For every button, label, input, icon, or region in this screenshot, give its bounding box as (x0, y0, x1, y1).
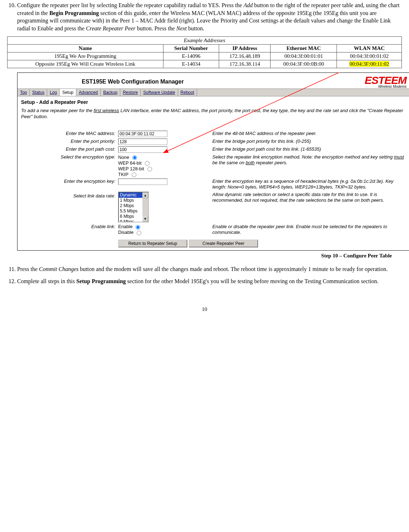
step10-text-pre: Configure the repeater peer list by sele… (17, 2, 243, 8)
addr-row-0: 195Eg We Are Programming E-14096 172.16.… (7, 52, 402, 60)
mac-label: Enter the MAC address: (21, 130, 117, 138)
enc-opt-wep64: WEP 64-bit (118, 160, 142, 166)
link-radio-disable[interactable] (137, 231, 141, 235)
addr-h-3: Ethernet MAC (271, 45, 337, 52)
sec-desc-u: first wireless (94, 108, 119, 113)
logo-main: ESTEEM (365, 75, 407, 86)
addr-r0-wlan: 00:04:3f:00:01:02 (337, 52, 402, 60)
s11-pre: Press the (17, 266, 39, 272)
addr-r0-name: 195Eg We Are Programming (7, 52, 163, 60)
scroll-down-icon[interactable]: ▼ (142, 216, 148, 222)
prio-input[interactable] (118, 139, 167, 145)
addr-r1-eth: 00:04:3F:00:0B:00 (271, 60, 337, 68)
tab-backup[interactable]: Backup (101, 89, 120, 96)
config-tabs: Top Status Log Setup Advanced Backup Res… (17, 89, 409, 96)
example-addresses-table: Example Addresses Name Serial Number IP … (7, 36, 402, 68)
rate-listbox[interactable]: Dynamic 1 Mbps 2 Mbps 5.5 Mbps 6 Mbps 9 … (118, 192, 149, 222)
tab-top[interactable]: Top (17, 89, 30, 96)
addr-r0-sn: E-14096 (163, 52, 219, 60)
mac-input[interactable] (118, 131, 167, 137)
key-input[interactable] (118, 179, 167, 185)
rate-opt-9[interactable]: 9 Mbps (119, 219, 142, 222)
step-12: Complete all steps in this Setup Program… (17, 277, 402, 285)
step-11: Press the Commit Changes button and the … (17, 265, 402, 273)
tab-setup[interactable]: Setup (60, 89, 76, 96)
step10-end: button. (187, 25, 204, 31)
return-button[interactable]: Return to Repeater Setup (118, 240, 187, 247)
enc-desc-u: must (394, 154, 404, 160)
commit-changes-italic: Commit Changes (39, 266, 79, 272)
rate-opt-1[interactable]: 1 Mbps (119, 198, 142, 203)
cost-input[interactable] (118, 146, 167, 153)
rate-opt-dynamic[interactable]: Dynamic (119, 192, 142, 198)
link-radio-enable[interactable] (136, 225, 140, 230)
enc-opt-none: None (118, 155, 129, 160)
addr-h-4: WLAN MAC (337, 45, 402, 52)
enc-radio-tkip[interactable] (132, 172, 136, 177)
s12-post: section for the other Model 195Eg's you … (126, 278, 379, 284)
key-label: Enter the encryption key: (21, 178, 117, 191)
s12-pre: Complete all steps in this (17, 278, 76, 284)
tab-status[interactable]: Status (30, 89, 47, 96)
addr-h-1: Serial Number (163, 45, 219, 52)
addr-r1-wlan: 00:04:3F:00:11:02 (349, 61, 389, 67)
link-opt-disable: Disable (118, 230, 133, 235)
rate-opt-55[interactable]: 5.5 Mbps (119, 209, 142, 214)
tab-reboot[interactable]: Reboot (178, 89, 197, 96)
rate-label: Select link data rate: (21, 191, 117, 223)
rate-opt-2[interactable]: 2 Mbps (119, 203, 142, 209)
step10-mid3: button. Press the (136, 25, 176, 31)
link-label: Enable link: (21, 223, 117, 236)
sec-desc-pre: To add a new repeater peer for the (21, 108, 94, 113)
rate-opt-6[interactable]: 6 Mbps (119, 214, 142, 219)
add-word: Add (243, 2, 253, 8)
addr-r0-eth: 00:04:3f:00:01:01 (271, 52, 337, 60)
enc-desc-post: repeater peers. (255, 160, 288, 165)
tab-log[interactable]: Log (47, 89, 60, 96)
link-desc: Enable or disable the repeater peer link… (209, 223, 406, 236)
section-title: Setup - Add a Repeater Peer (21, 99, 406, 105)
cost-desc: Enter the bridge port path cost for this… (209, 146, 406, 154)
key-desc: Enter the encryption key as a sequence o… (209, 178, 406, 191)
enc-opt-tkip: TKIP (118, 172, 128, 177)
next-italic: Next (176, 25, 187, 31)
addr-title: Example Addresses (7, 37, 402, 45)
addr-r1-name: Opposite 195Eg We Will Create Wireless L… (7, 60, 163, 68)
config-manager-screenshot: EST195E Web Configuration Manager ESTEEM… (17, 72, 409, 251)
mac-desc: Enter the 48-bit MAC address of the repe… (209, 130, 406, 138)
enc-radio-wep128[interactable] (147, 167, 152, 171)
tab-advanced[interactable]: Advanced (76, 89, 101, 96)
enc-radio-wep64[interactable] (145, 161, 150, 166)
prio-label: Enter the port priority: (21, 138, 117, 146)
begin-programming-bold: Begin Programming (49, 10, 99, 16)
rate-desc: Allow dynamic rate selection or select a… (209, 191, 406, 223)
config-title: EST195E Web Configuration Manager (82, 79, 184, 85)
cost-label: Enter the port path cost: (21, 146, 117, 154)
prio-desc: Enter the bridge port priority for this … (209, 138, 406, 146)
step-10: Configure the repeater peer list by sele… (17, 1, 402, 32)
link-opt-enable: Enable (118, 224, 132, 229)
scroll-up-icon[interactable]: ▲ (142, 192, 148, 198)
enc-opt-wep128: WEP 128-bit (118, 166, 144, 171)
enc-desc-mid: be the same on (212, 160, 246, 165)
esteem-logo: ESTEEM Wireless Modems (365, 75, 407, 89)
section-desc: To add a new repeater peer for the first… (21, 108, 406, 120)
addr-r1-sn: E-14034 (163, 60, 219, 68)
addr-h-0: Name (7, 45, 163, 52)
create-repeater-peer-button[interactable]: Create Repeater Peer (189, 240, 258, 247)
tab-software-update[interactable]: Software Update (141, 89, 178, 96)
enc-desc-pre: Select the repeater link encryption meth… (212, 154, 394, 160)
page-number: 10 (7, 306, 402, 312)
enc-desc: Select the repeater link encryption meth… (209, 154, 406, 178)
enc-radio-none[interactable] (132, 155, 137, 160)
addr-row-1: Opposite 195Eg We Will Create Wireless L… (7, 60, 402, 68)
tab-restore[interactable]: Restore (120, 89, 141, 96)
create-repeater-peer-italic: Create Repeater Peer (86, 25, 136, 31)
setup-programming-bold: Setup Programming (76, 278, 126, 284)
enc-desc-u2: both (246, 160, 254, 165)
addr-h-2: IP Address (219, 45, 271, 52)
figure-caption: Step 10 – Configure Peer Table (7, 253, 392, 259)
logo-sub: Wireless Modems (378, 85, 407, 89)
addr-r0-ip: 172.16.48.189 (219, 52, 271, 60)
addr-r1-ip: 172.16.38.114 (219, 60, 271, 68)
